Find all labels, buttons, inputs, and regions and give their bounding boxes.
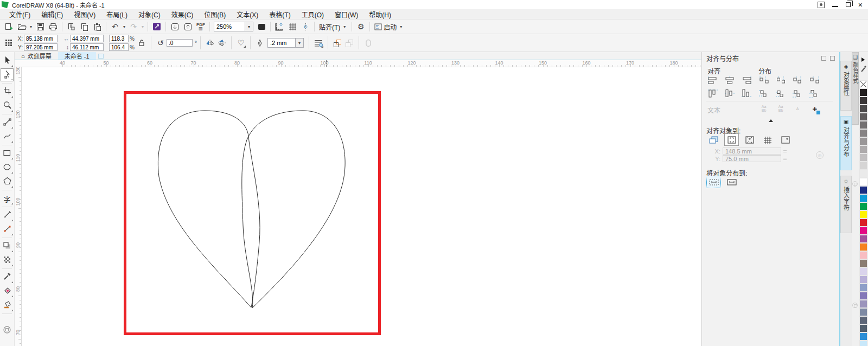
color-swatch[interactable]	[859, 324, 867, 332]
print-button[interactable]	[47, 21, 60, 33]
color-swatch[interactable]	[859, 259, 867, 267]
copy-button[interactable]	[78, 21, 91, 33]
zoom-level-dropdown[interactable]: ▾	[245, 22, 253, 31]
paste-button[interactable]	[91, 21, 104, 33]
align-to-grid-button[interactable]	[760, 133, 775, 146]
menu-item[interactable]: 表格(T)	[264, 9, 295, 20]
tool-interactive-fill-button[interactable]	[1, 285, 14, 298]
distribute-center-h-button[interactable]	[774, 75, 787, 86]
menu-item[interactable]: 布局(L)	[101, 9, 132, 20]
distribute-bottom-button[interactable]	[808, 88, 821, 99]
text-bounding-box-button[interactable]: A	[791, 103, 804, 114]
color-swatch[interactable]	[859, 341, 867, 346]
distribute-to-selection-button[interactable]	[706, 176, 721, 188]
tool-eyedropper-button[interactable]	[1, 271, 14, 284]
color-swatch[interactable]	[859, 194, 867, 202]
y-spinner[interactable]	[783, 158, 787, 160]
tool-zoom-button[interactable]	[1, 99, 14, 112]
wrap-text-button[interactable]	[312, 37, 324, 49]
color-swatch[interactable]	[859, 308, 867, 316]
menu-item[interactable]: 视图(V)	[69, 9, 100, 20]
align-to-page-center-button[interactable]	[742, 133, 757, 146]
import-button[interactable]	[168, 21, 181, 33]
cut-button[interactable]	[65, 21, 78, 33]
distribute-center-v-button[interactable]	[774, 88, 787, 99]
heart-curve-object[interactable]	[156, 110, 349, 311]
align-left-button[interactable]	[706, 75, 719, 86]
basic-shape-picker[interactable]: ♡	[235, 37, 247, 49]
color-swatch[interactable]	[859, 137, 867, 145]
color-swatch[interactable]	[859, 162, 867, 170]
menu-item[interactable]: 文本(X)	[232, 9, 263, 20]
align-center-vertical-button[interactable]	[723, 88, 736, 99]
scale-height-input[interactable]	[109, 43, 129, 51]
color-swatch[interactable]	[859, 300, 867, 308]
outline-width-dropdown[interactable]: ▾	[296, 38, 304, 48]
launch-menu[interactable]: 启动▾	[372, 21, 406, 33]
tool-edit-fill-button[interactable]	[1, 323, 14, 336]
search-content-button[interactable]	[150, 21, 163, 33]
to-back-button[interactable]	[343, 37, 355, 49]
distribute-spacing-v-button[interactable]	[791, 88, 804, 99]
color-swatch[interactable]	[859, 113, 867, 121]
distribute-right-button[interactable]	[808, 75, 821, 86]
color-swatch[interactable]	[859, 251, 867, 259]
tool-rectangle-button[interactable]	[1, 147, 14, 160]
save-button[interactable]	[34, 21, 47, 33]
tab-insert-character[interactable]: ☆ 插入字符	[840, 176, 852, 233]
vertical-ruler[interactable]: 130120110100908070	[15, 67, 22, 346]
color-swatch[interactable]	[859, 145, 867, 153]
color-swatch[interactable]	[859, 129, 867, 137]
tool-freehand-button[interactable]	[1, 116, 14, 129]
tool-dimension-button[interactable]	[1, 209, 14, 222]
scale-width-input[interactable]	[109, 35, 129, 42]
tool-drop-shadow-button[interactable]	[1, 240, 14, 253]
distribute-top-button[interactable]	[757, 88, 770, 99]
no-color-swatch[interactable]	[859, 80, 867, 88]
zoom-level-input[interactable]	[214, 22, 245, 31]
publish-pdf-button[interactable]: PDF▥	[194, 21, 207, 33]
tool-connector-button[interactable]	[1, 223, 14, 236]
tool-text-button[interactable]: 字	[1, 192, 14, 205]
docker-float-button[interactable]	[821, 56, 826, 61]
specify-point-target-button[interactable]: ◎	[816, 151, 824, 159]
align-top-button[interactable]	[706, 88, 719, 99]
y-position-input[interactable]	[24, 43, 58, 51]
color-swatch[interactable]	[859, 235, 867, 243]
distribute-to-page-button[interactable]	[724, 176, 739, 188]
palette-flyout-arrow[interactable]	[861, 57, 865, 62]
color-swatch[interactable]	[859, 243, 867, 251]
tab-color-styles[interactable]: ❏ 颜色样式	[852, 52, 859, 125]
color-swatch[interactable]	[859, 284, 867, 292]
color-swatch[interactable]	[859, 97, 867, 105]
menu-item[interactable]: 帮助(H)	[364, 9, 396, 20]
color-swatch[interactable]	[859, 170, 867, 178]
align-to-active-objects-button[interactable]	[706, 133, 721, 146]
color-swatch[interactable]	[859, 332, 867, 341]
align-y-input[interactable]	[723, 155, 781, 162]
undo-button[interactable]: ↶	[108, 21, 122, 33]
show-rulers-button[interactable]	[273, 21, 286, 33]
color-swatch[interactable]	[859, 88, 867, 97]
tab-align-distribute[interactable]: ▣ 对齐与分布	[840, 116, 852, 170]
tab-document[interactable]: 未命名 -1	[58, 52, 96, 60]
x-spinner[interactable]	[783, 150, 787, 152]
restore-button[interactable]	[846, 2, 851, 7]
tool-ellipse-button[interactable]	[1, 161, 14, 174]
align-right-button[interactable]	[740, 75, 753, 86]
snap-to-menu[interactable]: 贴齐(T)▾	[317, 21, 349, 33]
object-width-input[interactable]	[70, 35, 104, 42]
docker-close-button[interactable]	[830, 56, 835, 61]
color-swatch[interactable]	[859, 267, 867, 275]
color-swatch[interactable]	[859, 153, 867, 162]
docker-flyout-1[interactable]	[852, 181, 858, 187]
redo-button[interactable]: ↷	[127, 21, 140, 33]
drawing-canvas[interactable]	[22, 67, 701, 346]
rotation-angle-input[interactable]	[167, 39, 193, 47]
align-to-specified-point-button[interactable]	[778, 133, 793, 146]
color-swatch[interactable]	[859, 316, 867, 324]
menu-item[interactable]: 对象(C)	[133, 9, 165, 20]
open-dropdown[interactable]: ▾	[28, 21, 34, 33]
tab-object-properties[interactable]: ◈ 对象属性	[840, 61, 852, 111]
color-swatch[interactable]	[859, 105, 867, 113]
